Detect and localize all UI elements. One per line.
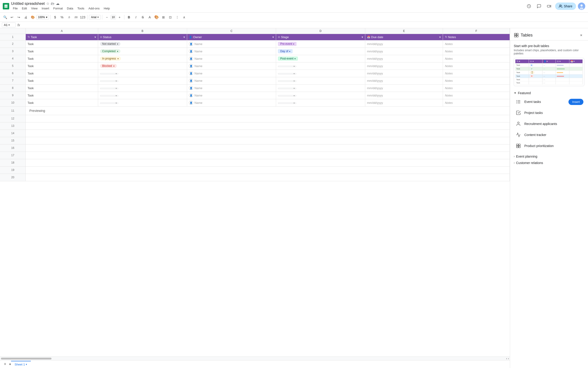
stage-badge-post[interactable]: Post-event ▾ xyxy=(278,56,298,61)
avatar[interactable] xyxy=(578,2,585,10)
cell-b10[interactable]: ▾ xyxy=(98,99,187,106)
search-btn[interactable]: 🔍 xyxy=(2,14,8,20)
cell-b5[interactable]: Blocked ▾ xyxy=(98,62,187,70)
cell-d3[interactable]: Day of ▾ xyxy=(276,47,365,55)
col-header-c[interactable]: C xyxy=(187,28,276,34)
font-size-inc-btn[interactable]: + xyxy=(116,14,123,20)
cell-b2[interactable]: Not started ▾ xyxy=(98,40,187,47)
status-empty-9[interactable]: ▾ xyxy=(100,95,118,96)
menu-addons[interactable]: Add-ons xyxy=(87,6,101,11)
col-header-e[interactable]: E xyxy=(365,28,443,34)
table-row[interactable]: 7 Task ▾ 👤Name ▾ mm/dd/yyyy Notes xyxy=(0,77,510,84)
doc-title[interactable]: Untitled spreadsheet xyxy=(11,2,45,6)
cloud-icon[interactable]: ☁ xyxy=(56,1,60,6)
cell-c8[interactable]: 👤Name xyxy=(187,84,276,92)
scrollbar-thumb[interactable] xyxy=(1,358,51,359)
cell-e10[interactable]: mm/dd/yyyy xyxy=(365,99,443,106)
scroll-right[interactable]: › xyxy=(508,357,509,360)
cell-d2[interactable]: Pre-event ▾ xyxy=(276,40,365,47)
status-empty-8[interactable]: ▾ xyxy=(100,88,118,89)
cell-a5[interactable]: Task xyxy=(26,62,98,70)
owner-cell-4[interactable]: 👤 Name xyxy=(189,56,274,61)
more-formats-btn[interactable]: 123 xyxy=(80,14,86,20)
table-row[interactable]: 6 Task ▾ 👤Name ▾ mm/dd/yyyy Notes xyxy=(0,70,510,77)
cell-f9[interactable]: Notes xyxy=(443,92,510,99)
stage-empty-8[interactable]: ▾ xyxy=(278,88,296,89)
status-empty-10[interactable]: ▾ xyxy=(100,102,118,104)
cell-d4[interactable]: Post-event ▾ xyxy=(276,55,365,62)
cell-d5[interactable]: ▾ xyxy=(276,62,365,70)
table-row[interactable]: 9 Task ▾ 👤Name ▾ mm/dd/yyyy Notes xyxy=(0,92,510,99)
owner-cell-10[interactable]: 👤Name xyxy=(189,101,274,105)
scroll-nav[interactable]: ‹ › xyxy=(506,357,509,360)
cell-f3[interactable]: Notes xyxy=(443,47,510,55)
status-badge-completed[interactable]: Completed ▾ xyxy=(100,49,121,53)
cell-e2[interactable]: mm/dd/yyyy xyxy=(365,40,443,47)
owner-cell-2[interactable]: 👤 Name xyxy=(189,42,274,46)
star-icon[interactable]: ☆ xyxy=(46,1,49,6)
borders-btn[interactable]: ⊞ xyxy=(160,14,167,20)
cell-a6[interactable]: Task xyxy=(26,70,98,77)
status-badge-blocked[interactable]: Blocked ▾ xyxy=(100,64,117,68)
featured-section-header[interactable]: ▼ Featured xyxy=(514,90,584,96)
cell-c3[interactable]: 👤 Name xyxy=(187,47,276,55)
text-color-btn[interactable]: A xyxy=(146,14,153,20)
cell-c6[interactable]: 👤Name xyxy=(187,70,276,77)
status-empty-7[interactable]: ▾ xyxy=(100,80,118,82)
cell-f7[interactable]: Notes xyxy=(443,77,510,84)
table-item-recruitment[interactable]: Recruitment applicants xyxy=(514,118,584,129)
cell-a8[interactable]: Task xyxy=(26,84,98,92)
table-item-product-prioritization[interactable]: Product prioritization xyxy=(514,140,584,151)
font-picker[interactable]: Arial ▾ xyxy=(89,15,101,19)
cell-e6[interactable]: mm/dd/yyyy xyxy=(365,70,443,77)
sheet-tab-1[interactable]: Sheet 1 ▾ xyxy=(11,361,31,368)
cell-b8[interactable]: ▾ xyxy=(98,84,187,92)
cell-c2[interactable]: 👤 Name xyxy=(187,40,276,47)
cell-b4[interactable]: In progress ▾ xyxy=(98,55,187,62)
cell-a7[interactable]: Task xyxy=(26,77,98,84)
zoom-control[interactable]: 100% ▾ xyxy=(36,15,49,19)
history-icon[interactable] xyxy=(525,2,533,10)
cell-f10[interactable]: Notes xyxy=(443,99,510,106)
stage-empty-6[interactable]: ▾ xyxy=(278,73,296,74)
hamburger-btn[interactable]: ≡ xyxy=(9,362,11,366)
stage-empty-9[interactable]: ▾ xyxy=(278,95,296,96)
event-planning-header[interactable]: › Event planning xyxy=(514,153,584,160)
cell-e5[interactable]: mm/dd/yyyy xyxy=(365,62,443,70)
cell-f4[interactable]: Notes xyxy=(443,55,510,62)
paint-format-btn[interactable]: 🎨 xyxy=(29,14,36,20)
merge-btn[interactable]: ⊡ xyxy=(167,14,174,20)
cell-d8[interactable]: ▾ xyxy=(276,84,365,92)
col-header-f[interactable]: F xyxy=(443,28,510,34)
cell-d9[interactable]: ▾ xyxy=(276,92,365,99)
owner-cell-7[interactable]: 👤Name xyxy=(189,79,274,83)
cell-e9[interactable]: mm/dd/yyyy xyxy=(365,92,443,99)
status-badge-not-started[interactable]: Not started ▾ xyxy=(100,42,121,46)
cell-b3[interactable]: Completed ▾ xyxy=(98,47,187,55)
decimal-dec-btn[interactable]: .0 xyxy=(66,14,72,20)
more-btn[interactable]: ⋮ xyxy=(174,14,180,20)
table-row[interactable]: 3 Task Completed ▾ 👤 Name xyxy=(0,47,510,55)
undo-btn[interactable]: ↩ xyxy=(9,14,15,20)
table-item-event-tasks[interactable]: Event tasks Insert xyxy=(514,96,584,107)
add-sheet-btn[interactable]: + xyxy=(2,361,8,368)
customer-relations-header[interactable]: › Customer relations xyxy=(514,160,584,166)
stage-empty-5[interactable]: ▾ xyxy=(278,66,296,67)
currency-btn[interactable]: $ xyxy=(52,14,58,20)
scroll-left[interactable]: ‹ xyxy=(506,357,507,360)
cell-c4[interactable]: 👤 Name xyxy=(187,55,276,62)
menu-tools[interactable]: Tools xyxy=(75,6,86,11)
menu-help[interactable]: Help xyxy=(102,6,112,11)
cell-b6[interactable]: ▾ xyxy=(98,70,187,77)
menu-format[interactable]: Format xyxy=(51,6,65,11)
print-btn[interactable]: 🖨 xyxy=(23,14,29,20)
owner-cell-6[interactable]: 👤Name xyxy=(189,71,274,75)
table-item-content-tracker[interactable]: Content tracker xyxy=(514,129,584,140)
collapse-btn[interactable]: ∧ xyxy=(181,14,187,20)
cell-c7[interactable]: 👤Name xyxy=(187,77,276,84)
cell-c10[interactable]: 👤Name xyxy=(187,99,276,106)
bold-btn[interactable]: B xyxy=(126,14,132,20)
col-header-b[interactable]: B xyxy=(98,28,187,34)
cell-c9[interactable]: 👤Name xyxy=(187,92,276,99)
fill-color-btn[interactable]: 🎨 xyxy=(153,14,160,20)
